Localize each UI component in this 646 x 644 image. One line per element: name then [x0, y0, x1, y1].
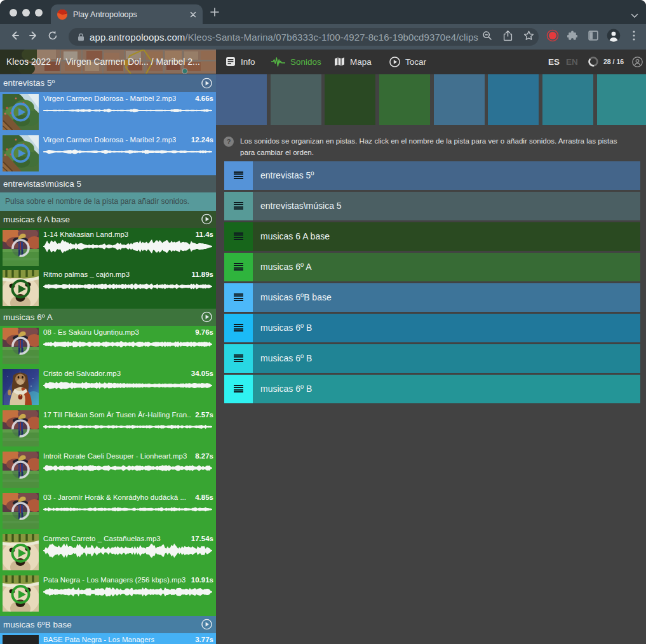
svg-text:?: ? [227, 137, 231, 145]
